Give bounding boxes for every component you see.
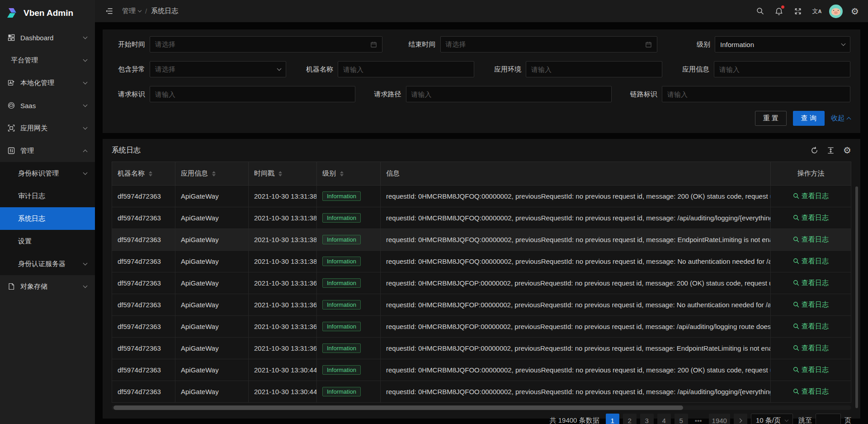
- reset-button[interactable]: 重 置: [755, 111, 787, 126]
- page-size-select[interactable]: 10 条/页: [751, 414, 793, 424]
- view-log-magnifier-icon: [793, 214, 799, 221]
- app-environment-input[interactable]: [526, 61, 662, 77]
- view-log-link[interactable]: 查看日志: [793, 192, 829, 200]
- pagination-ellipsis[interactable]: •••: [692, 414, 705, 424]
- manage-sliders-icon: [7, 147, 15, 155]
- sidebar-item-management[interactable]: 管理: [0, 139, 95, 162]
- view-log-link[interactable]: 查看日志: [793, 257, 829, 266]
- cell-app-info: ApiGateWay: [175, 381, 249, 403]
- app-info-input[interactable]: [714, 61, 850, 77]
- sort-icon[interactable]: [278, 171, 282, 176]
- table-row: df5974d72363 ApiGateWay 2021-10-30 13:31…: [112, 316, 851, 338]
- end-time-datepicker[interactable]: 请选择: [440, 36, 657, 52]
- sidebar-item-label: 身份认证服务器: [18, 260, 78, 268]
- breadcrumb-parent[interactable]: 管理: [122, 7, 141, 15]
- sort-icon[interactable]: [149, 171, 152, 176]
- cell-machine-name: df5974d72363: [112, 207, 175, 229]
- page-button-4[interactable]: 4: [657, 414, 671, 424]
- refresh-icon[interactable]: [811, 147, 818, 154]
- sidebar-item-system-log[interactable]: 系统日志: [0, 207, 95, 230]
- sort-icon[interactable]: [340, 171, 344, 176]
- view-log-link[interactable]: 查看日志: [793, 344, 829, 353]
- page-button-2[interactable]: 2: [623, 414, 637, 424]
- chevron-down-icon: [83, 284, 88, 288]
- user-avatar[interactable]: [826, 0, 845, 22]
- cell-action: 查看日志: [771, 381, 851, 403]
- chevron-up-icon: [83, 149, 88, 154]
- cell-message-text: requestId: 0HMCRBM8JQFOP:00000002, previ…: [386, 323, 771, 330]
- translate-icon[interactable]: 文A: [807, 0, 826, 22]
- include-exception-select[interactable]: 请选择: [150, 61, 286, 77]
- sidebar-item-identity-management[interactable]: 身份标识管理: [0, 162, 95, 185]
- start-time-label: 开始时间: [113, 40, 145, 49]
- sidebar-item-dashboard[interactable]: Dashboard: [0, 26, 95, 49]
- view-log-link[interactable]: 查看日志: [793, 300, 829, 309]
- localization-icon: [7, 79, 15, 87]
- view-log-link[interactable]: 查看日志: [793, 366, 829, 374]
- notification-bell-icon[interactable]: [769, 0, 788, 22]
- cell-message-text: requestId: 0HMCRBM8JQFOO:00000002, previ…: [386, 366, 771, 374]
- collapse-link[interactable]: 收起: [831, 114, 850, 123]
- end-time-placeholder: 请选择: [446, 40, 645, 49]
- chevron-up-icon: [847, 117, 851, 122]
- sidebar-item-label: 身份标识管理: [18, 169, 78, 178]
- menu-fold-icon[interactable]: [101, 0, 117, 22]
- search-icon[interactable]: [750, 0, 769, 22]
- view-log-link[interactable]: 查看日志: [793, 387, 829, 396]
- request-id-input[interactable]: [150, 86, 355, 102]
- view-log-link[interactable]: 查看日志: [793, 235, 829, 244]
- row-height-icon[interactable]: [827, 147, 835, 154]
- sidebar-item-identity-server[interactable]: 身份认证服务器: [0, 252, 95, 275]
- search-button[interactable]: 查 询: [793, 111, 825, 126]
- page-suffix-label: 页: [844, 416, 851, 424]
- sidebar-item-localization[interactable]: 本地化管理: [0, 71, 95, 94]
- cell-message-text: requestId: 0HMCRBM8JQFOQ:00000002, previ…: [386, 257, 771, 265]
- cell-action: 查看日志: [771, 316, 851, 338]
- logo[interactable]: Vben Admin: [0, 0, 95, 26]
- trace-id-input[interactable]: [662, 86, 850, 102]
- cell-message-text: requestId: 0HMCRBM8JQFOP:00000002, previ…: [386, 279, 771, 287]
- app-title: Vben Admin: [24, 8, 73, 18]
- request-path-input[interactable]: [406, 86, 612, 102]
- page-button-3[interactable]: 3: [640, 414, 654, 424]
- fullscreen-icon[interactable]: [788, 0, 807, 22]
- cell-app-info: ApiGateWay: [175, 272, 249, 294]
- sidebar-item-settings[interactable]: 设置: [0, 230, 95, 252]
- view-log-link[interactable]: 查看日志: [793, 279, 829, 287]
- jump-page-input[interactable]: [816, 414, 841, 424]
- machine-name-input[interactable]: [338, 61, 474, 77]
- page-button-5[interactable]: 5: [675, 414, 688, 424]
- cell-timestamp: 2021-10-30 13:31:36: [249, 338, 317, 359]
- horizontal-scrollbar-thumb[interactable]: [113, 405, 683, 410]
- level-badge: Information: [322, 387, 361, 396]
- chevron-down-icon: [83, 125, 88, 130]
- breadcrumb-current: 系统日志: [151, 7, 178, 15]
- col-level[interactable]: 级别: [317, 162, 381, 186]
- sidebar-item-audit-log[interactable]: 审计日志: [0, 185, 95, 207]
- sidebar-item-object-storage[interactable]: 对象存储: [0, 275, 95, 298]
- header-actions: 文A ⚙: [750, 0, 864, 22]
- sidebar-item-app-gateway[interactable]: 应用网关: [0, 117, 95, 139]
- table-row: df5974d72363 ApiGateWay 2021-10-30 13:30…: [112, 359, 851, 381]
- next-page-button[interactable]: [734, 414, 747, 424]
- chevron-down-icon: [83, 80, 88, 85]
- view-log-magnifier-icon: [793, 388, 799, 395]
- col-app-info[interactable]: 应用信息: [175, 162, 249, 186]
- level-select[interactable]: Information: [715, 36, 850, 52]
- sidebar-item-platform-management[interactable]: 平台管理: [0, 49, 95, 71]
- start-time-datepicker[interactable]: 请选择: [150, 36, 382, 52]
- settings-gear-icon[interactable]: ⚙: [845, 0, 864, 22]
- page-button-1940[interactable]: 1940: [709, 414, 730, 424]
- col-timestamp[interactable]: 时间戳: [249, 162, 317, 186]
- view-log-link[interactable]: 查看日志: [793, 322, 829, 331]
- column-settings-gear-icon[interactable]: ⚙: [843, 146, 851, 155]
- cell-timestamp: 2021-10-30 13:31:38: [249, 207, 317, 229]
- col-machine-name[interactable]: 机器名称: [112, 162, 175, 186]
- sort-icon[interactable]: [212, 171, 216, 176]
- cell-level: Information: [317, 294, 381, 316]
- sidebar-item-saas[interactable]: Saas: [0, 94, 95, 117]
- vertical-scrollbar-thumb[interactable]: [855, 186, 858, 408]
- view-log-link[interactable]: 查看日志: [793, 214, 829, 222]
- page-button-1[interactable]: 1: [606, 414, 619, 424]
- cell-message: requestId: 0HMCRBM8JQFOP:00000002, previ…: [381, 294, 771, 316]
